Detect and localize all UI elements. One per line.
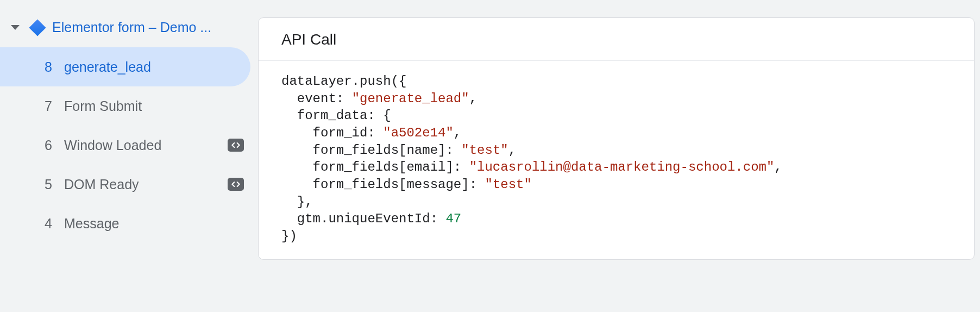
event-item-message[interactable]: 4Message	[0, 204, 250, 243]
tag-diamond-icon	[29, 19, 46, 36]
datalayer-code[interactable]: dataLayer.push({ event: "generate_lead",…	[259, 61, 974, 259]
event-label: Form Submit	[64, 98, 244, 114]
event-label: generate_lead	[64, 59, 244, 75]
code-badge-icon	[228, 178, 244, 191]
event-number: 4	[41, 216, 52, 232]
event-number: 8	[41, 59, 52, 75]
event-item-dom-ready[interactable]: 5DOM Ready	[0, 165, 250, 204]
sidebar: Elementor form – Demo ... 8generate_lead…	[0, 0, 258, 312]
event-item-generate-lead[interactable]: 8generate_lead	[0, 47, 250, 86]
main-panel: API Call dataLayer.push({ event: "genera…	[258, 0, 980, 312]
tag-name-label: Elementor form – Demo ...	[52, 20, 211, 35]
tag-header[interactable]: Elementor form – Demo ...	[0, 15, 258, 40]
event-label: DOM Ready	[64, 177, 216, 192]
event-label: Window Loaded	[64, 138, 216, 153]
event-number: 7	[41, 98, 52, 114]
event-item-window-loaded[interactable]: 6Window Loaded	[0, 126, 250, 165]
card-title: API Call	[259, 18, 974, 60]
event-label: Message	[64, 216, 244, 232]
event-list: 8generate_lead7Form Submit6Window Loaded…	[0, 47, 258, 243]
event-item-form-submit[interactable]: 7Form Submit	[0, 86, 250, 126]
api-call-card: API Call dataLayer.push({ event: "genera…	[258, 17, 975, 260]
caret-down-icon	[11, 25, 20, 30]
code-badge-icon	[228, 139, 244, 152]
event-number: 6	[41, 138, 52, 153]
event-number: 5	[41, 177, 52, 192]
